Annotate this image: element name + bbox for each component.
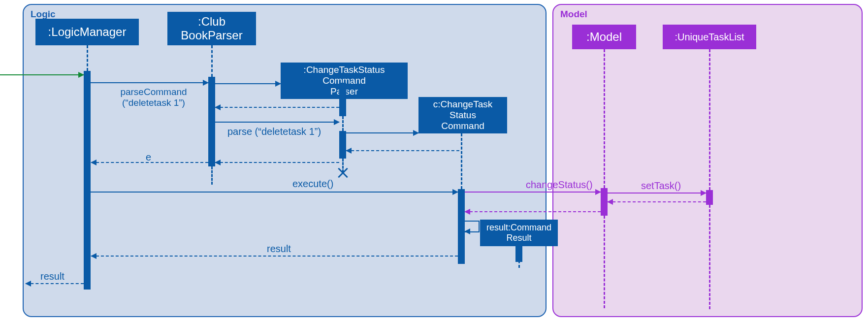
participant-model: :Model [572,25,636,49]
participant-change-task-status-command: c:ChangeTask Status Command [418,97,507,133]
label-e: e [146,152,151,163]
label-parse-command-name: parseCommand [120,87,187,97]
label-parse-command: parseCommand (“deletetask 1”) [104,87,203,108]
activation-club-book-parser [208,77,215,166]
lifeline-model-top [604,49,605,188]
lifeline-ctsp-mid [342,116,344,131]
label-parse: parse (“deletetask 1”) [227,126,321,137]
participant-club-book-parser: :Club BookParser [167,12,256,45]
label-result: result [267,243,291,255]
lifeline-logic-manager-top [87,45,88,71]
lifeline-model-bot [604,216,605,308]
frame-model: Model [552,4,863,317]
lifeline-club-book-parser-bot [211,166,213,185]
label-execute: execute() [292,178,333,190]
activation-model [601,188,608,216]
destroy-ctsp-icon [337,167,349,179]
activation-ctsc [458,189,465,264]
participant-command-result: result:Command Result [480,220,558,246]
label-final-result: result [40,271,64,282]
frame-logic: Logic [23,4,547,317]
arrow-self-create-result [465,221,480,232]
activation-logic-manager [84,71,91,290]
label-set-task: setTask() [641,180,681,192]
participant-logic-manager: :LogicManager [35,19,139,45]
frame-logic-label: Logic [31,9,56,20]
activation-cmd-result [515,246,522,262]
activation-ctsp-2 [339,131,346,159]
lifeline-utl-top [709,49,710,190]
label-change-status: changeStatus() [526,179,593,191]
participant-unique-task-list: :UniqueTaskList [663,25,756,49]
label-parse-command-arg: (“deletetask 1”) [122,97,185,108]
activation-ctsp-1 [339,83,346,116]
lifeline-club-book-parser-top [211,45,213,77]
frame-model-label: Model [560,9,587,20]
lifeline-utl-bot [709,205,710,309]
lifeline-ctsc-top [461,133,462,189]
activation-utl [706,190,713,205]
